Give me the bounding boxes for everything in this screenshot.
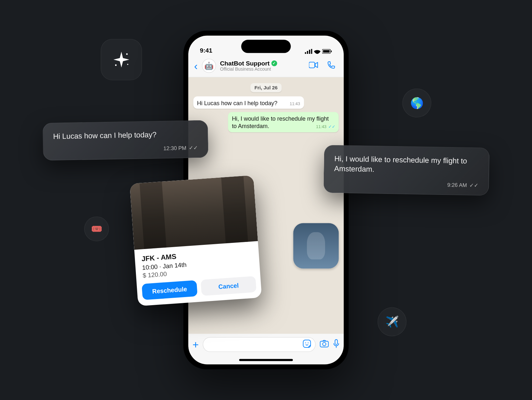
overlay-message-left: Hi Lucas how can I help today? 12:30 PM … bbox=[43, 120, 209, 161]
svg-point-15 bbox=[322, 342, 326, 345]
svg-rect-4 bbox=[307, 51, 308, 54]
reschedule-button[interactable]: Reschedule bbox=[142, 280, 198, 300]
overlay-message-time: 12:30 PM bbox=[163, 145, 187, 151]
svg-rect-16 bbox=[335, 339, 338, 344]
overlay-message-time: 9:26 AM bbox=[447, 182, 467, 188]
message-text: Hi, I would like to reschedule my flight… bbox=[232, 115, 329, 130]
chat-subtitle: Official Business Account bbox=[220, 67, 302, 72]
ticket-icon: 🎟️ bbox=[84, 216, 109, 241]
flight-card-image bbox=[130, 175, 258, 250]
svg-rect-3 bbox=[305, 52, 306, 54]
svg-rect-14 bbox=[320, 341, 329, 347]
verified-badge-icon: ✓ bbox=[271, 60, 277, 66]
svg-point-12 bbox=[305, 343, 306, 344]
message-outgoing[interactable]: Hi, I would like to reschedule my flight… bbox=[228, 112, 339, 132]
cellular-icon bbox=[305, 49, 312, 54]
sticker-picker-icon[interactable] bbox=[303, 340, 311, 350]
overlay-message-right: Hi, I would like to reschedule my flight… bbox=[323, 145, 490, 195]
svg-rect-6 bbox=[311, 49, 312, 54]
cancel-button[interactable]: Cancel bbox=[200, 276, 256, 296]
message-time: 11:43 bbox=[316, 125, 326, 129]
voice-message-button[interactable] bbox=[333, 339, 339, 350]
overlay-message-text: Hi, I would like to reschedule my flight… bbox=[334, 154, 479, 176]
status-indicators bbox=[305, 49, 332, 54]
chat-header: ‹ 🤖 ChatBot Support ✓ Official Business … bbox=[188, 55, 343, 77]
sticker-message[interactable] bbox=[293, 223, 339, 268]
sparkle-icon bbox=[101, 39, 142, 80]
status-time: 9:41 bbox=[200, 47, 212, 54]
svg-point-1 bbox=[115, 65, 117, 66]
back-button[interactable]: ‹ bbox=[194, 59, 198, 72]
voice-call-button[interactable] bbox=[325, 59, 338, 73]
attach-button[interactable]: + bbox=[192, 338, 199, 351]
svg-point-0 bbox=[126, 53, 128, 55]
svg-rect-9 bbox=[331, 51, 332, 52]
message-incoming[interactable]: Hi Lucas how can I help today? 11:43 bbox=[193, 96, 304, 109]
message-text: Hi Lucas how can I help today? bbox=[197, 100, 277, 106]
wifi-icon bbox=[314, 49, 320, 54]
date-separator: Fri, Jul 26 bbox=[250, 83, 281, 92]
read-receipt-icon: ✓✓ bbox=[189, 145, 198, 151]
battery-icon bbox=[322, 49, 332, 54]
flight-card: JFK - AMS 10:00 · Jan 14th $ 120.00 Resc… bbox=[130, 175, 262, 306]
chat-title[interactable]: ChatBot Support bbox=[220, 60, 270, 67]
camera-button[interactable] bbox=[320, 340, 329, 349]
svg-point-2 bbox=[127, 64, 128, 65]
message-input[interactable] bbox=[203, 337, 315, 352]
svg-rect-5 bbox=[309, 50, 310, 54]
home-indicator bbox=[239, 359, 293, 361]
phone-notch bbox=[241, 40, 291, 53]
svg-rect-8 bbox=[323, 50, 330, 53]
svg-point-13 bbox=[308, 343, 309, 344]
svg-rect-10 bbox=[309, 62, 315, 68]
airplane-icon: ✈️ bbox=[378, 307, 407, 336]
video-call-button[interactable] bbox=[306, 60, 321, 72]
message-time: 11:43 bbox=[290, 101, 300, 106]
bot-avatar[interactable]: 🤖 bbox=[202, 59, 216, 73]
read-receipt-icon: ✓✓ bbox=[469, 182, 478, 188]
read-receipt-icon: ✓✓ bbox=[328, 125, 335, 129]
globe-icon: 🌎 bbox=[402, 88, 431, 117]
overlay-message-text: Hi Lucas how can I help today? bbox=[53, 129, 198, 142]
